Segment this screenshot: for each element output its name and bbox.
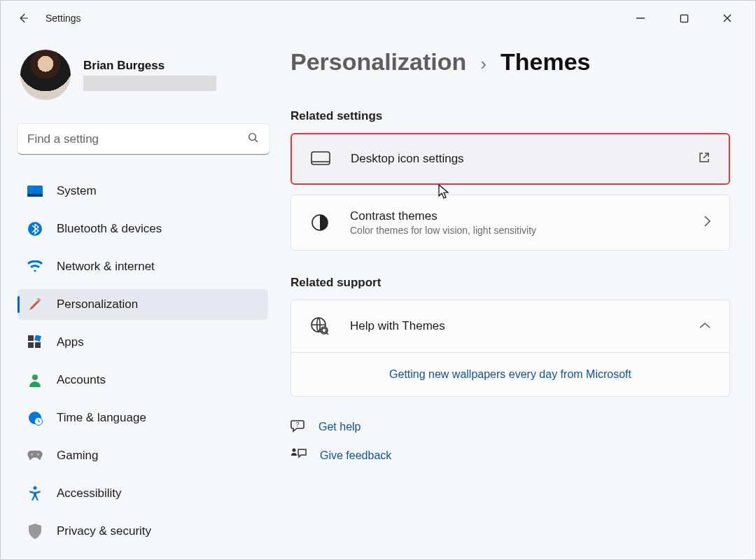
profile-block[interactable]: Brian Burgess [18, 50, 268, 100]
svg-point-15 [31, 454, 33, 456]
avatar [20, 50, 71, 100]
globe-clock-icon [27, 410, 43, 426]
svg-point-16 [34, 486, 37, 490]
svg-rect-17 [312, 152, 330, 164]
svg-rect-8 [34, 335, 41, 342]
get-help-link[interactable]: ? Get help [290, 418, 730, 436]
nav-accessibility[interactable]: Accessibility [18, 478, 268, 509]
give-feedback-link[interactable]: Give feedback [290, 447, 730, 464]
svg-rect-4 [27, 194, 43, 197]
card-title: Help with Themes [350, 319, 679, 333]
search-input[interactable] [18, 124, 270, 155]
nav-label: Accessibility [57, 486, 122, 500]
svg-point-11 [32, 374, 38, 380]
nav-personalization[interactable]: Personalization [18, 289, 268, 320]
contrast-icon [309, 212, 330, 233]
nav-label: Time & language [57, 411, 146, 425]
help-with-themes-header[interactable]: Help with Themes [291, 300, 729, 353]
app-title: Settings [46, 13, 81, 24]
feedback-icon [290, 447, 307, 464]
titlebar: Settings [1, 1, 755, 36]
nav-accounts[interactable]: Accounts [18, 365, 268, 396]
nav-label: System [57, 184, 97, 198]
related-settings-heading: Related settings [290, 109, 730, 123]
contrast-themes-card[interactable]: Contrast themes Color themes for low vis… [290, 195, 730, 251]
minimize-button[interactable] [628, 6, 653, 31]
nav-network[interactable]: Network & internet [18, 251, 268, 282]
nav-label: Personalization [57, 298, 138, 312]
nav-bluetooth[interactable]: Bluetooth & devices [18, 214, 268, 244]
svg-point-2 [249, 134, 256, 141]
nav-label: Apps [57, 335, 84, 349]
apps-icon [27, 335, 43, 350]
nav-system[interactable]: System [18, 176, 268, 206]
maximize-button[interactable] [671, 6, 696, 31]
breadcrumb-current: Themes [500, 48, 591, 76]
nav-privacy[interactable]: Privacy & security [18, 516, 268, 547]
card-title: Desktop icon settings [351, 152, 678, 166]
window-controls [628, 6, 747, 31]
nav-label: Accounts [57, 373, 106, 387]
search-box[interactable] [18, 124, 270, 155]
sidebar: Brian Burgess System Bluetooth & devices… [1, 36, 281, 559]
nav-gaming[interactable]: Gaming [18, 440, 268, 471]
shield-icon [27, 524, 43, 539]
person-icon [27, 372, 43, 388]
svg-point-24 [293, 449, 296, 452]
nav-apps[interactable]: Apps [18, 327, 268, 358]
paintbrush-icon [27, 297, 43, 312]
svg-rect-7 [28, 335, 34, 341]
gamepad-icon [27, 448, 43, 463]
related-support-heading: Related support [290, 276, 730, 290]
close-button[interactable] [715, 6, 740, 31]
globe-search-icon [309, 316, 330, 337]
card-subtitle: Color themes for low vision, light sensi… [350, 225, 683, 236]
nav-label: Network & internet [57, 260, 155, 274]
nav-label: Bluetooth & devices [57, 222, 162, 236]
svg-point-14 [37, 454, 39, 456]
nav-list: System Bluetooth & devices Network & int… [18, 176, 268, 547]
link-label: Give feedback [320, 449, 391, 462]
nav-label: Privacy & security [57, 524, 151, 538]
card-title: Contrast themes [350, 209, 683, 223]
back-button[interactable] [9, 4, 37, 32]
link-label: Get help [318, 421, 360, 433]
main-content: Personalization › Themes Related setting… [281, 36, 755, 559]
breadcrumb-parent[interactable]: Personalization [290, 48, 466, 76]
profile-email-redacted [83, 76, 216, 91]
svg-text:?: ? [295, 421, 299, 428]
nav-label: Gaming [57, 449, 99, 463]
svg-rect-9 [28, 342, 34, 348]
svg-rect-3 [27, 186, 43, 195]
chevron-right-icon [703, 215, 711, 230]
help-with-themes-card: Help with Themes Getting new wallpapers … [290, 300, 730, 397]
system-icon [27, 183, 43, 199]
external-link-icon [698, 151, 710, 167]
bluetooth-icon [27, 221, 43, 237]
breadcrumb: Personalization › Themes [290, 48, 730, 76]
desktop-icon [310, 148, 331, 169]
search-icon [247, 132, 260, 147]
svg-rect-10 [35, 342, 41, 348]
nav-time-language[interactable]: Time & language [18, 402, 268, 433]
desktop-icon-settings-card[interactable]: Desktop icon settings [290, 133, 730, 185]
accessibility-icon [27, 486, 43, 501]
chevron-up-icon [699, 320, 711, 332]
svg-rect-1 [680, 15, 687, 22]
chevron-right-icon: › [480, 53, 486, 75]
wallpapers-link[interactable]: Getting new wallpapers every day from Mi… [291, 353, 729, 396]
wifi-icon [27, 259, 43, 274]
help-chat-icon: ? [290, 418, 306, 436]
profile-name: Brian Burgess [83, 59, 216, 73]
